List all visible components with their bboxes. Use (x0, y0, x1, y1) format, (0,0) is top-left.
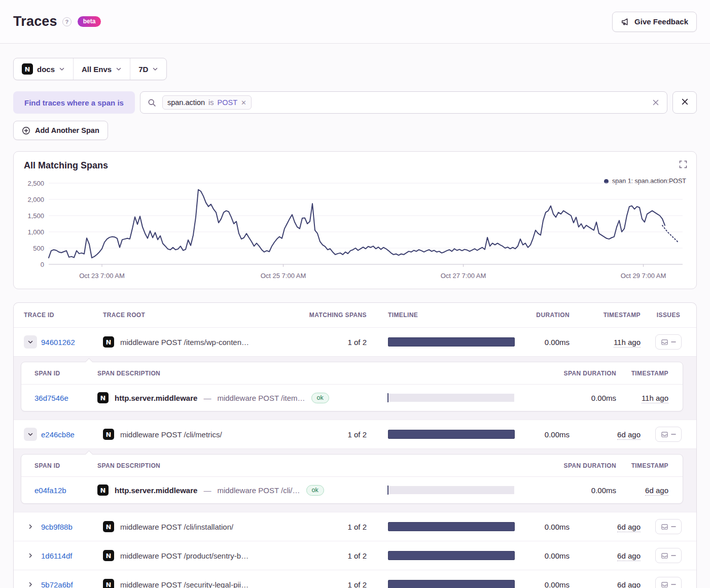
nextjs-icon: N (103, 579, 114, 588)
trace-table-header: Trace IDTrace RootMatching SpansTimeline… (14, 303, 696, 327)
collapse-trace-chevron[interactable] (24, 335, 37, 349)
no-issues-dash-icon (671, 582, 676, 587)
timeline-bar[interactable] (388, 430, 515, 439)
timestamp-link[interactable]: 6d ago (617, 551, 641, 561)
chevron-down-icon (59, 66, 65, 72)
timestamp-link[interactable]: 6d ago (617, 430, 641, 440)
series-line (49, 190, 665, 258)
page-title: Traces (13, 14, 57, 29)
issues-button[interactable] (655, 519, 682, 534)
token-key: span.action (167, 98, 205, 107)
issues-button[interactable] (655, 548, 682, 563)
date-range-filter[interactable]: 7D (130, 58, 166, 80)
span-sub-table: Span IDSpan DescriptionSpan DurationTime… (21, 454, 683, 504)
issues-inbox-icon (661, 338, 668, 346)
span-operation-label: http.server.middleware (115, 394, 197, 402)
chevron-down-icon (116, 66, 122, 72)
span-column-header-span-id: Span ID (21, 370, 97, 377)
column-header-timestamp: Timestamp (578, 312, 653, 319)
span-id-link[interactable]: e04fa12b (34, 486, 66, 495)
trace-root-label: middleware POST /product/sentry-b… (120, 551, 248, 560)
timeline-bar[interactable] (388, 551, 515, 560)
span-search-input[interactable]: span.action is POST ✕ (140, 91, 667, 114)
timeline-bar[interactable] (388, 337, 515, 347)
y-axis-tick-label: 0 (41, 261, 44, 268)
trace-root-label: middleware POST /cli/installation/ (120, 523, 233, 531)
token-value[interactable]: POST (218, 98, 237, 107)
add-another-span-button[interactable]: Add Another Span (13, 121, 108, 140)
issues-inbox-icon (661, 581, 668, 588)
timestamp-link[interactable]: 6d ago (617, 523, 641, 532)
remove-token-icon[interactable]: ✕ (241, 99, 246, 106)
span-sub-table: Span IDSpan DescriptionSpan DurationTime… (21, 362, 683, 411)
span-timeline-bar[interactable] (387, 393, 517, 402)
token-operator[interactable]: is (208, 98, 214, 107)
issues-button[interactable] (655, 577, 682, 588)
trace-table: Trace IDTrace RootMatching SpansTimeline… (13, 302, 697, 588)
page-header: Traces ? beta Give Feedback (0, 0, 710, 44)
matching-spans-value: 1 of 2 (294, 430, 380, 439)
expanded-spans-zone: Span IDSpan DescriptionSpan DurationTime… (14, 356, 696, 420)
give-feedback-button[interactable]: Give Feedback (612, 12, 697, 32)
span-id-link[interactable]: 36d7546e (34, 394, 68, 402)
trace-id-link[interactable]: 1d6114df (41, 551, 72, 560)
expand-trace-chevron[interactable] (24, 578, 37, 588)
environment-filter[interactable]: All Envs (73, 58, 130, 80)
trace-id-link[interactable]: 9cb9f88b (41, 523, 73, 531)
trace-id-link[interactable]: e246cb8e (41, 430, 75, 439)
project-filter[interactable]: N docs (14, 58, 73, 80)
span-description-label: middleware POST /cli/… (217, 486, 300, 495)
column-header-trace-id: Trace ID (14, 312, 95, 319)
fullscreen-icon[interactable] (679, 160, 687, 170)
collapse-trace-chevron[interactable] (24, 428, 37, 441)
y-axis-tick-label: 2,500 (27, 180, 44, 187)
search-token[interactable]: span.action is POST ✕ (162, 95, 252, 110)
issues-button[interactable] (655, 334, 682, 350)
duration-value: 0.00ms (523, 430, 578, 439)
span-timestamp-link[interactable]: 11h ago (642, 394, 668, 403)
span-timeline-bar[interactable] (387, 486, 517, 495)
duration-value: 0.00ms (523, 338, 578, 347)
span-description-label: middleware POST /item… (217, 394, 305, 402)
nextjs-icon: N (97, 485, 109, 496)
span-duration-value: 0.00ms (517, 486, 616, 495)
span-row: 36d7546eNhttp.server.middleware—middlewa… (21, 385, 683, 411)
clear-search-icon[interactable] (652, 98, 660, 107)
column-header-issues: Issues (653, 312, 696, 319)
x-axis-tick-label: Oct 25 7:00 AM (261, 272, 306, 280)
expand-trace-chevron[interactable] (24, 549, 37, 562)
duration-value: 0.00ms (523, 580, 578, 588)
trace-row: 1d6114dfNmiddleware POST /product/sentry… (14, 541, 696, 570)
trace-row: 94601262Nmiddleware POST /items/wp-conte… (14, 327, 696, 356)
timeline-bar[interactable] (388, 522, 515, 531)
timestamp-link[interactable]: 11h ago (614, 338, 641, 348)
column-header-trace-root: Trace Root (95, 312, 294, 319)
beta-badge: beta (78, 16, 101, 27)
span-column-header-timestamp: Timestamp (616, 462, 683, 469)
no-issues-dash-icon (671, 432, 676, 437)
add-another-span-label: Add Another Span (35, 126, 99, 134)
span-row: e04fa12bNhttp.server.middleware—middlewa… (21, 477, 683, 503)
duration-value: 0.00ms (523, 551, 578, 560)
timeline-bar[interactable] (388, 580, 515, 588)
remove-span-query-button[interactable] (672, 91, 697, 114)
trace-id-link[interactable]: 94601262 (41, 338, 75, 347)
help-icon[interactable]: ? (62, 17, 72, 26)
span-timestamp-link[interactable]: 6d ago (645, 486, 668, 496)
expanded-spans-zone: Span IDSpan DescriptionSpan DurationTime… (14, 448, 696, 512)
span-column-header-span-duration: Span Duration (517, 370, 616, 377)
span-operation-label: http.server.middleware (115, 486, 197, 495)
trace-id-link[interactable]: 5b72a6bf (41, 580, 73, 588)
x-axis-tick-label: Oct 29 7:00 AM (621, 272, 666, 280)
traces-page: Traces ? beta Give Feedback N docs (0, 0, 710, 588)
give-feedback-label: Give Feedback (634, 17, 688, 26)
megaphone-icon (621, 17, 630, 26)
issues-button[interactable] (655, 427, 682, 442)
matching-spans-line-chart[interactable]: 05001,0001,5002,0002,500Oct 23 7:00 AMOc… (14, 177, 696, 285)
timestamp-link[interactable]: 6d ago (617, 580, 641, 588)
trace-row: 9cb9f88bNmiddleware POST /cli/installati… (14, 512, 696, 541)
expand-trace-chevron[interactable] (24, 520, 37, 533)
no-issues-dash-icon (671, 524, 676, 529)
trace-root-label: middleware POST /items/wp-conten… (120, 338, 249, 347)
nextjs-icon: N (97, 392, 109, 403)
